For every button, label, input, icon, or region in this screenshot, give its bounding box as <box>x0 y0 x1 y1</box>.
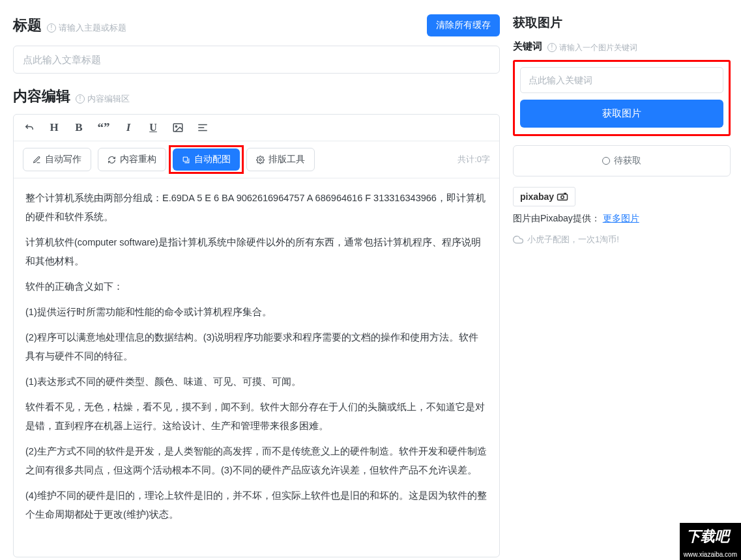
svg-rect-9 <box>564 193 566 195</box>
keyword-highlight-box: 获取图片 <box>513 60 731 136</box>
svg-point-1 <box>175 126 177 127</box>
content-hint: ! 内容编辑区 <box>76 93 130 105</box>
title-hint: ! 请输入主题或标题 <box>47 22 126 34</box>
status-circle-icon <box>602 157 610 165</box>
watermark: 下载吧 www.xiazaiba.com <box>680 523 741 560</box>
pixabay-logo: pixabay <box>513 187 575 206</box>
paragraph: 计算机软件(computer software)是指计算机系统中除硬件以外的所有… <box>25 233 487 271</box>
paragraph: 软件看不见，无色，枯燥，看不见，摸不到，闻不到。软件大部分存在于人们的头脑或纸上… <box>25 398 487 436</box>
undo-icon[interactable] <box>23 121 36 134</box>
camera-icon <box>557 193 568 201</box>
keyword-input[interactable] <box>520 67 723 93</box>
content-section-header: 内容编辑 ! 内容编辑区 <box>13 87 500 106</box>
settings-icon <box>256 156 265 164</box>
paragraph: (2)生产方式不同的软件是开发，是人类智能的高发挥，而不是传统意义上的硬件制造。… <box>25 442 487 480</box>
info-icon: ! <box>76 94 85 104</box>
layers-icon <box>182 156 190 164</box>
bold-icon[interactable]: B <box>72 121 85 134</box>
underline-icon[interactable]: U <box>147 121 160 134</box>
info-icon: ! <box>47 23 56 33</box>
editor-box: H B “” I U 自动写作 内容重构 <box>13 114 500 557</box>
auto-image-button[interactable]: 自动配图 <box>173 148 240 171</box>
paragraph: 整个计算机系统由两部分组成：E.69DA 5 E 6 BA 9062616964… <box>25 189 487 227</box>
editor-format-toolbar: H B “” I U <box>14 115 499 141</box>
paragraph: (1)表达形式不同的硬件类型、颜色、味道、可见、可摸、可闻。 <box>25 372 487 391</box>
paragraph: (1)提供运行时所需功能和性能的命令或计算机程序集合。 <box>25 303 487 322</box>
fetch-image-title: 获取图片 <box>513 14 731 31</box>
svg-rect-5 <box>183 157 188 161</box>
auto-image-highlight: 自动配图 <box>173 148 240 171</box>
heading-icon[interactable]: H <box>48 121 61 134</box>
more-images-link[interactable]: 更多图片 <box>603 213 639 223</box>
quote-icon[interactable]: “” <box>97 121 110 134</box>
article-title-input[interactable] <box>13 46 500 74</box>
paragraph: (2)程序可以满意地处理信息的数据结构。(3)说明程序功能要求和程序需要的文档的… <box>25 328 487 366</box>
clear-cache-button[interactable]: 清除所有缓存 <box>427 14 500 36</box>
fetch-status: 待获取 <box>513 145 731 176</box>
reshape-button[interactable]: 内容重构 <box>98 148 166 171</box>
info-icon: ! <box>547 43 557 52</box>
italic-icon[interactable]: I <box>122 121 135 134</box>
paragraph: 软件的正确含义如下： <box>25 277 487 296</box>
provider-text: 图片由Pixabay提供： <box>513 213 600 223</box>
paragraph: (4)维护不同的硬件是旧的，理论上软件是旧的，并不坏，但实际上软件也是旧的和坏的… <box>25 486 487 524</box>
title-section-header: 标题 ! 请输入主题或标题 清除所有缓存 <box>13 14 500 36</box>
align-icon[interactable] <box>196 121 209 134</box>
image-icon[interactable] <box>171 121 184 134</box>
svg-rect-7 <box>558 194 568 200</box>
svg-point-6 <box>259 158 261 160</box>
keyword-hint: ! 请输入一个图片关键词 <box>547 42 637 53</box>
pencil-icon <box>33 156 41 164</box>
refresh-icon <box>108 156 116 164</box>
editor-body[interactable]: 整个计算机系统由两部分组成：E.69DA 5 E 6 BA 9062616964… <box>14 178 499 557</box>
cloud-icon <box>513 234 523 245</box>
word-count: 共计:0字 <box>458 154 490 165</box>
editor-action-toolbar: 自动写作 内容重构 自动配图 排版工具 共计:0字 <box>14 141 499 178</box>
footer-note: 小虎子配图，一次1淘币! <box>513 234 731 245</box>
fetch-image-button[interactable]: 获取图片 <box>520 100 723 128</box>
title-label: 标题 <box>13 16 42 35</box>
layout-tool-button[interactable]: 排版工具 <box>246 148 315 171</box>
content-label: 内容编辑 <box>13 87 70 106</box>
keyword-label: 关键词 <box>513 40 542 53</box>
svg-point-8 <box>561 195 564 199</box>
auto-write-button[interactable]: 自动写作 <box>23 148 91 171</box>
